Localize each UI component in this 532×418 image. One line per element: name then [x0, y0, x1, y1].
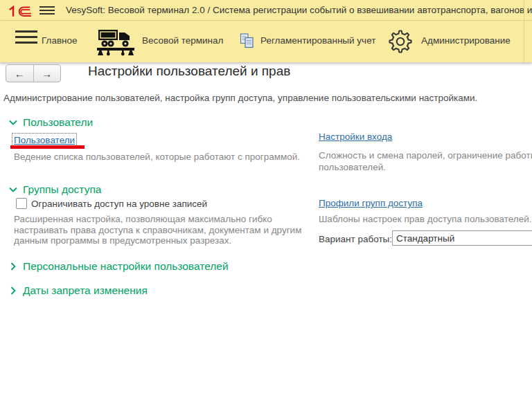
- truck-scale-icon[interactable]: [97, 27, 134, 56]
- page-title: Настройки пользователей и прав: [88, 64, 290, 79]
- nav-item-regulated-accounting[interactable]: Регламентированный учет: [260, 35, 375, 46]
- window-title: VesySoft: Весовой терминал 2.0 / Система…: [66, 5, 532, 15]
- window-titlebar: VesySoft: Весовой терминал 2.0 / Система…: [0, 0, 532, 21]
- users-link[interactable]: Пользователи: [14, 135, 75, 145]
- section-header-personal-settings[interactable]: Персональные настройки пользователей: [8, 260, 229, 273]
- restrict-access-checkbox[interactable]: [16, 198, 27, 209]
- sections-panel: Главное Весовой терминал Регламентирован…: [0, 21, 532, 63]
- navbar-right-edge: [524, 21, 524, 62]
- access-group-profiles-description: Шаблоны настроек прав доступа пользовате…: [319, 214, 532, 225]
- work-variant-select[interactable]: [392, 230, 532, 246]
- main-menu-icon[interactable]: [39, 6, 55, 17]
- access-groups-description: Расширенная настройка, позволяющая макси…: [14, 214, 301, 246]
- gear-icon[interactable]: [388, 29, 413, 54]
- work-variant-label: Вариант работы:: [319, 234, 392, 244]
- copy-documents-icon[interactable]: [240, 33, 254, 48]
- section-header-users[interactable]: Пользователи: [8, 116, 93, 129]
- login-settings-description: Сложность и смена паролей, ограничение р…: [319, 149, 532, 173]
- login-settings-link[interactable]: Настройки входа: [319, 131, 392, 142]
- page-description: Администрирование пользователей, настрой…: [3, 93, 477, 103]
- forward-button[interactable]: →: [34, 65, 61, 82]
- chevron-right-icon: [8, 285, 19, 296]
- titlebar-right-edge: [524, 0, 524, 20]
- section-title-access-groups: Группы доступа: [23, 183, 101, 196]
- chevron-down-icon: [8, 184, 19, 195]
- functions-menu-icon[interactable]: [15, 30, 37, 47]
- nav-item-administration[interactable]: Администрирование: [421, 35, 511, 46]
- section-title-deny-dates: Даты запрета изменения: [23, 284, 148, 297]
- users-link-description: Ведение списка пользователей, которые ра…: [14, 152, 300, 163]
- nav-item-weighing-terminal[interactable]: Весовой терминал: [142, 35, 223, 46]
- nav-item-main[interactable]: Главное: [42, 35, 78, 46]
- section-header-deny-dates[interactable]: Даты запрета изменения: [8, 284, 148, 297]
- section-title-users: Пользователи: [23, 116, 93, 129]
- annotation-underline: [10, 145, 85, 149]
- restrict-access-checkbox-label[interactable]: Ограничивать доступ на уровне записей: [31, 199, 207, 209]
- 1c-logo-icon: [8, 3, 32, 17]
- history-buttons: ← →: [6, 64, 61, 82]
- chevron-down-icon: [8, 117, 19, 128]
- chevron-right-icon: [8, 261, 19, 272]
- access-group-profiles-link[interactable]: Профили групп доступа: [319, 198, 423, 208]
- back-button[interactable]: ←: [6, 65, 34, 82]
- section-title-personal-settings: Персональные настройки пользователей: [23, 260, 229, 273]
- section-header-access-groups[interactable]: Группы доступа: [8, 183, 101, 196]
